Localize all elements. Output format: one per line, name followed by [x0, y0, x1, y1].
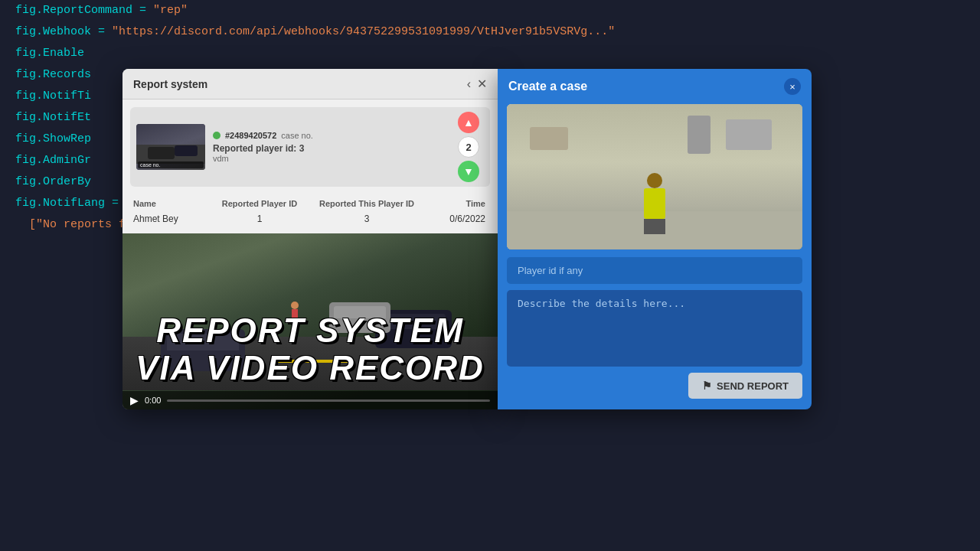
play-button[interactable]: ▶	[130, 394, 139, 406]
char-body	[644, 188, 665, 219]
code-line-3: fig.Enable	[0, 43, 980, 64]
col-header-this-id: Reported This Player ID	[309, 199, 424, 208]
video-overlay-text: REPORT SYSTEM VIA VIDEO RECORD	[122, 312, 498, 386]
vote-up-button[interactable]: ▲	[458, 112, 479, 133]
vote-controls: ▲ 2 ▼	[458, 112, 479, 182]
screenshot-image	[507, 104, 802, 249]
table-header: Name Reported Player ID Reported This Pl…	[130, 194, 490, 210]
flag-icon: ⚑	[702, 380, 712, 392]
table-row: Ahmet Bey 1 3 0/6/2022	[130, 210, 490, 227]
case-reported-label: Reported player id: 3	[213, 143, 450, 154]
vote-down-button[interactable]: ▼	[458, 161, 479, 182]
vote-count: 2	[458, 136, 479, 158]
character-figure	[644, 173, 665, 234]
status-dot	[213, 132, 220, 139]
col-header-name: Name	[133, 199, 210, 208]
create-panel: Create a case ×	[498, 69, 812, 409]
rooftop-box-3	[530, 127, 568, 150]
video-time: 0:00	[145, 396, 161, 405]
send-button-label: SEND REPORT	[717, 380, 789, 392]
cell-reported-id: 1	[210, 214, 309, 224]
create-panel-title: Create a case	[508, 80, 587, 93]
details-textarea[interactable]	[507, 290, 802, 367]
cell-time: 0/6/2022	[424, 214, 485, 224]
code-line-1: fig.ReportCommand = "rep"	[0, 0, 980, 21]
case-card: case no. #2489420572 case no. Reported p…	[130, 107, 490, 187]
case-sub-label: vdm	[213, 154, 450, 163]
overlay-line-1: REPORT SYSTEM	[122, 312, 498, 349]
case-id-row: #2489420572 case no.	[213, 131, 450, 140]
case-label: case no.	[138, 161, 204, 168]
create-inputs: ⚑ SEND REPORT	[498, 257, 812, 409]
char-legs	[644, 219, 665, 234]
case-thumbnail: case no.	[136, 124, 205, 170]
player-id-input[interactable]	[507, 257, 802, 284]
video-container: REPORT SYSTEM VIA VIDEO RECORD ▶ 0:00	[122, 233, 498, 409]
cell-name: Ahmet Bey	[133, 214, 210, 224]
close-button[interactable]: ✕	[477, 77, 487, 91]
back-button[interactable]: ‹	[467, 77, 471, 91]
report-panel-header: Report system ‹ ✕	[122, 69, 498, 99]
report-panel-title: Report system	[133, 78, 207, 90]
code-line-2: fig.Webhook = "https://discord.com/api/w…	[0, 21, 980, 43]
header-icons: ‹ ✕	[467, 77, 487, 91]
send-report-button[interactable]: ⚑ SEND REPORT	[688, 373, 802, 399]
col-header-time: Time	[424, 199, 485, 208]
panels-container: Report system ‹ ✕ case no.	[122, 69, 812, 409]
create-panel-close-button[interactable]: ×	[784, 78, 801, 95]
case-label-text: case no.	[281, 131, 313, 140]
screenshot-container	[507, 104, 802, 249]
overlay-line-2: VIA VIDEO RECORD	[122, 350, 498, 386]
rooftop-box-2	[688, 116, 710, 154]
progress-bar[interactable]	[167, 399, 490, 402]
report-table: Name Reported Player ID Reported This Pl…	[130, 194, 490, 227]
col-header-reported-id: Reported Player ID	[210, 199, 309, 208]
case-info: #2489420572 case no. Reported player id:…	[213, 131, 450, 163]
video-controls: ▶ 0:00	[122, 391, 498, 409]
report-panel: Report system ‹ ✕ case no.	[122, 69, 498, 409]
char-head	[647, 173, 662, 188]
create-panel-header: Create a case ×	[498, 69, 812, 104]
case-id-text: #2489420572	[225, 131, 276, 140]
video-background: REPORT SYSTEM VIA VIDEO RECORD	[122, 233, 498, 409]
cell-this-id: 3	[309, 214, 424, 224]
rooftop-box-1	[726, 119, 772, 150]
